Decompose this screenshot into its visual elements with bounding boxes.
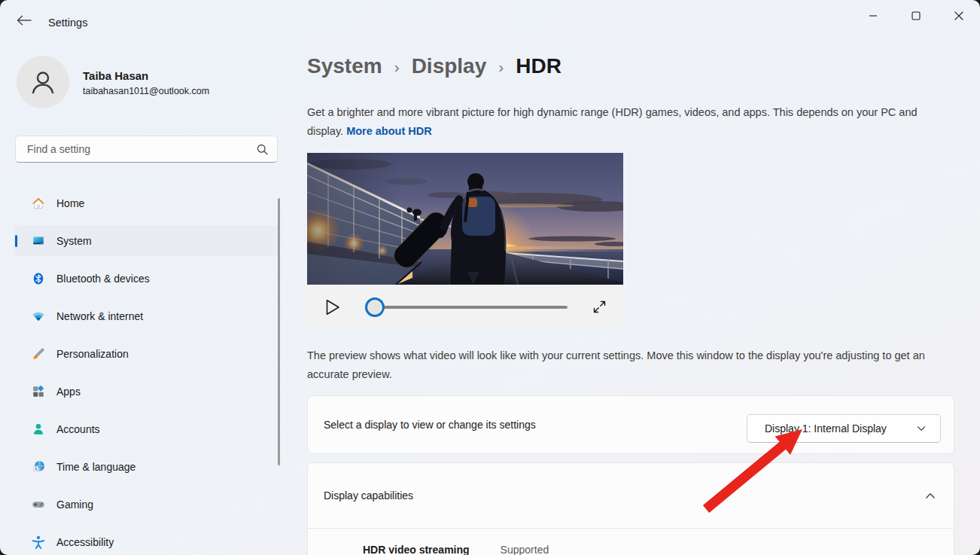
search-icon[interactable] (257, 144, 268, 155)
display-capabilities-title: Display capabilities (324, 489, 413, 502)
breadcrumb-display[interactable]: Display (412, 54, 487, 78)
preview-note: The preview shows what video will look l… (307, 346, 956, 383)
display-select-card: Select a display to view or change its s… (307, 395, 954, 454)
play-button[interactable] (323, 297, 342, 317)
video-controls (307, 285, 623, 329)
user-profile[interactable]: Taiba Hasan taibahasan1011@outlook.com (17, 56, 209, 108)
sidebar-item-apps[interactable]: Apps (14, 377, 279, 407)
system-icon (32, 234, 45, 248)
display-select-label: Select a display to view or change its s… (324, 419, 536, 431)
sidebar-item-time-language[interactable]: Time & language (14, 452, 279, 482)
main-content: System › Display › HDR Get a brighter an… (294, 36, 980, 555)
play-icon (324, 298, 341, 316)
sidebar-item-label: Personalization (56, 348, 129, 360)
user-name: Taiba Hasan (83, 69, 209, 84)
chevron-up-icon (925, 492, 936, 499)
sidebar-item-label: Apps (56, 386, 81, 398)
sidebar-item-network-internet[interactable]: Network & internet (14, 301, 279, 331)
capability-row: HDR video streaming Supported (308, 529, 954, 555)
display-capabilities-expander[interactable]: Display capabilities (308, 463, 954, 528)
maximize-icon (912, 11, 921, 20)
scrubber-thumb[interactable] (365, 297, 385, 317)
app-title: Settings (48, 17, 87, 29)
time-language-icon (32, 460, 45, 474)
back-arrow-icon (17, 15, 32, 26)
display-capabilities-card: Display capabilities HDR video streaming… (307, 462, 954, 555)
hdr-video-preview (307, 153, 623, 285)
search-box (15, 136, 278, 163)
bluetooth-icon (32, 272, 45, 285)
sidebar-item-label: System (56, 235, 92, 247)
user-email: taibahasan1011@outlook.com (83, 86, 209, 96)
window-controls (851, 0, 980, 32)
capability-value: Supported (501, 544, 549, 555)
sidebar-item-label: Bluetooth & devices (56, 273, 150, 285)
back-button[interactable] (12, 11, 36, 30)
intro-text: Get a brighter and more vibrant picture … (307, 103, 948, 140)
settings-window: Settings Taiba Hasan taibahas (0, 0, 980, 555)
page-title: HDR (516, 54, 562, 78)
close-button[interactable] (937, 0, 980, 32)
sidebar: Taiba Hasan taibahasan1011@outlook.com (0, 36, 294, 555)
video-scrubber[interactable] (367, 297, 568, 317)
network-icon (32, 310, 45, 323)
maximize-button[interactable] (894, 0, 937, 32)
sidebar-item-accessibility[interactable]: Accessibility (14, 527, 279, 555)
video-frame-art (307, 153, 623, 285)
close-icon (954, 11, 963, 20)
capability-name: HDR video streaming (363, 544, 470, 555)
selected-indicator (15, 235, 17, 247)
display-select-dropdown[interactable]: Display 1: Internal Display (747, 414, 941, 443)
sidebar-item-label: Accounts (56, 423, 100, 435)
home-icon (32, 197, 45, 210)
sidebar-item-bluetooth-devices[interactable]: Bluetooth & devices (14, 264, 279, 294)
fullscreen-icon (592, 300, 607, 314)
sidebar-item-accounts[interactable]: Accounts (14, 414, 279, 444)
breadcrumb: System › Display › HDR (307, 54, 562, 78)
scrubber-track[interactable] (367, 306, 568, 309)
chevron-down-icon (917, 425, 926, 431)
person-icon (29, 68, 57, 96)
minimize-icon (869, 11, 878, 20)
sidebar-item-label: Accessibility (56, 536, 114, 548)
sidebar-item-personalization[interactable]: Personalization (14, 339, 279, 369)
search-input[interactable] (26, 142, 257, 156)
sidebar-scrollbar[interactable] (278, 198, 280, 465)
dropdown-value: Display 1: Internal Display (765, 422, 887, 435)
breadcrumb-separator-icon: › (394, 58, 400, 76)
apps-icon (32, 385, 45, 398)
breadcrumb-system[interactable]: System (307, 54, 382, 78)
sidebar-item-label: Gaming (56, 499, 93, 511)
fullscreen-button[interactable] (591, 299, 607, 316)
titlebar: Settings (0, 0, 980, 36)
sidebar-item-system[interactable]: System (14, 226, 279, 256)
gaming-icon (32, 498, 45, 511)
sidebar-item-label: Home (56, 197, 84, 209)
accessibility-icon (32, 535, 45, 549)
sidebar-nav: Home System (14, 188, 279, 555)
sidebar-item-label: Network & internet (56, 310, 143, 322)
breadcrumb-separator-icon: › (498, 58, 504, 76)
sidebar-item-gaming[interactable]: Gaming (14, 489, 279, 520)
accounts-icon (32, 422, 45, 436)
avatar (17, 56, 69, 108)
sidebar-item-home[interactable]: Home (14, 188, 279, 218)
more-about-hdr-link[interactable]: More about HDR (346, 125, 432, 137)
personalization-icon (32, 347, 45, 361)
sidebar-item-label: Time & language (56, 461, 135, 473)
minimize-button[interactable] (851, 0, 894, 32)
